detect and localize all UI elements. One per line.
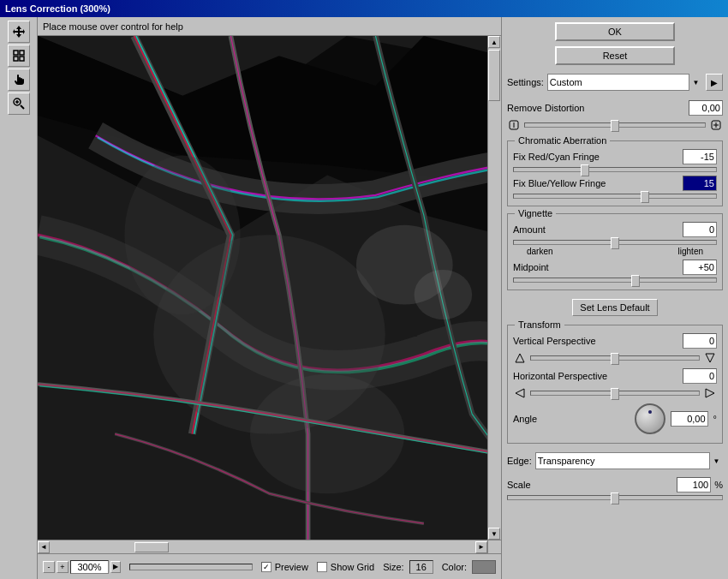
fix-red-cyan-label: Fix Red/Cyan Fringe — [513, 152, 679, 162]
color-picker[interactable] — [472, 560, 496, 574]
move-tool-button[interactable] — [8, 21, 30, 43]
fix-blue-yellow-thumb[interactable] — [641, 191, 649, 203]
remove-distortion-section: Remove Distortion — [507, 98, 723, 134]
vignette-midpoint-row: Midpoint — [513, 260, 717, 275]
scrollbar-right-button[interactable]: ► — [475, 541, 487, 553]
edge-dropdown[interactable]: Transparency Edge Extension Background C… — [535, 452, 723, 469]
preview-label: Preview — [275, 562, 308, 572]
scrollbar-corner — [487, 540, 501, 553]
zoom-in-button[interactable]: + — [57, 561, 69, 573]
canvas-preview — [38, 36, 501, 553]
zoom-display: 300% — [70, 560, 109, 574]
size-label: Size: — [383, 562, 403, 572]
scale-row: Scale % — [507, 477, 723, 492]
scrollbar-thumb-v[interactable] — [488, 50, 500, 101]
preview-checkbox-label[interactable]: ✓ Preview — [261, 562, 308, 572]
scale-section: Scale % — [507, 475, 723, 502]
vignette-amount-row: Amount — [513, 222, 717, 237]
transform-title: Transform — [515, 319, 564, 330]
vignette-amount-thumb[interactable] — [611, 237, 619, 249]
horizontal-perspective-thumb[interactable] — [611, 388, 619, 400]
vignette-amount-input[interactable] — [683, 222, 717, 237]
scale-unit: % — [714, 480, 723, 490]
edge-dropdown-wrapper[interactable]: Transparency Edge Extension Background C… — [535, 452, 723, 469]
size-input[interactable] — [409, 560, 433, 574]
move-icon — [12, 25, 26, 39]
vignette-midpoint-slider[interactable] — [513, 278, 717, 283]
angle-input[interactable] — [671, 411, 708, 427]
svg-rect-3 — [14, 57, 18, 61]
angle-knob[interactable] — [635, 403, 665, 434]
vertical-scrollbar[interactable]: ▲ ▼ — [487, 36, 501, 540]
vp-min-icon — [513, 351, 527, 365]
bottom-bar: - + 300% ▶ ✓ Preview Show Grid Size: Col… — [38, 553, 501, 579]
vp-max-icon — [703, 351, 717, 365]
zoom-tool-button[interactable] — [8, 93, 30, 115]
distortion-icon — [12, 49, 26, 63]
svg-rect-4 — [20, 57, 24, 61]
remove-distortion-input[interactable] — [689, 100, 723, 116]
edge-row: Edge: Transparency Edge Extension Backgr… — [507, 452, 723, 469]
fix-blue-yellow-input[interactable] — [683, 176, 717, 191]
vignette-amount-slider[interactable] — [513, 240, 717, 245]
horizontal-perspective-input[interactable] — [683, 368, 717, 384]
scale-thumb[interactable] — [611, 492, 619, 504]
hand-icon — [12, 73, 26, 87]
vertical-perspective-thumb[interactable] — [611, 353, 619, 365]
ok-button[interactable]: OK — [555, 22, 675, 41]
scrollbar-down-button[interactable]: ▼ — [488, 528, 500, 540]
settings-dropdown-wrapper[interactable]: Custom Default Previous Conversion ▼ — [547, 74, 702, 91]
scrollbar-up-button[interactable]: ▲ — [488, 36, 500, 48]
angle-label: Angle — [513, 414, 630, 424]
preview-checkbox[interactable]: ✓ — [261, 562, 272, 572]
reset-button[interactable]: Reset — [555, 46, 675, 65]
fix-blue-yellow-slider[interactable] — [513, 194, 717, 199]
distortion-min-icon — [507, 118, 521, 132]
vertical-perspective-label: Vertical Perspective — [513, 336, 679, 346]
svg-marker-20 — [516, 354, 524, 362]
show-grid-checkbox[interactable] — [317, 562, 327, 572]
vignette-midpoint-input[interactable] — [683, 260, 717, 275]
zoom-out-button[interactable]: - — [43, 561, 55, 573]
set-lens-default-button[interactable]: Set Lens Default — [572, 299, 657, 316]
horizontal-perspective-slider[interactable] — [530, 391, 700, 396]
vignette-amount-label: Amount — [513, 224, 679, 235]
canvas-wrapper[interactable]: ▲ ▼ ◄ ► — [38, 36, 501, 553]
svg-rect-1 — [14, 51, 18, 55]
hand-tool-button[interactable] — [8, 69, 30, 91]
hp-max-icon — [703, 386, 717, 400]
vignette-amount-slider-row — [513, 240, 717, 245]
remove-distortion-thumb[interactable] — [611, 120, 619, 132]
distortion-tool-button[interactable] — [8, 45, 30, 67]
vignette-midpoint-thumb[interactable] — [631, 275, 640, 287]
info-bar: Place mouse over control for help — [38, 17, 501, 36]
remove-distortion-label: Remove Distortion — [507, 103, 685, 113]
zoom-arrow-button[interactable]: ▶ — [110, 561, 121, 573]
scrollbar-thumb-h[interactable] — [134, 542, 169, 552]
settings-action-button[interactable]: ▶ — [706, 74, 723, 91]
horizontal-perspective-label: Horizontal Perspective — [513, 371, 679, 381]
scale-input[interactable] — [677, 477, 711, 492]
fix-red-cyan-slider-row — [513, 167, 717, 172]
fix-red-cyan-thumb[interactable] — [581, 164, 589, 176]
settings-dropdown[interactable]: Custom Default Previous Conversion — [547, 74, 702, 91]
fix-red-cyan-input[interactable] — [683, 149, 717, 164]
fix-red-cyan-slider[interactable] — [513, 167, 717, 172]
title-text: Lens Correction (300%) — [5, 3, 110, 14]
canvas-area: Place mouse over control for help — [38, 17, 501, 579]
fix-blue-yellow-row: Fix Blue/Yellow Fringe — [513, 176, 717, 191]
scale-slider[interactable] — [507, 495, 723, 500]
scrollbar-left-button[interactable]: ◄ — [38, 541, 50, 553]
horizontal-scrollbar[interactable]: ◄ ► — [38, 540, 487, 553]
vertical-perspective-slider[interactable] — [530, 355, 700, 361]
darken-label: darken — [527, 247, 553, 256]
show-grid-checkbox-label[interactable]: Show Grid — [317, 562, 374, 572]
zoom-controls: - + 300% ▶ — [43, 560, 121, 574]
svg-marker-0 — [13, 26, 25, 38]
svg-marker-23 — [706, 389, 714, 397]
vignette-midpoint-label: Midpoint — [513, 262, 679, 272]
vertical-perspective-input[interactable] — [683, 333, 717, 349]
info-text: Place mouse over control for help — [43, 21, 183, 32]
settings-row: Settings: Custom Default Previous Conver… — [507, 74, 723, 91]
remove-distortion-slider[interactable] — [524, 122, 706, 128]
